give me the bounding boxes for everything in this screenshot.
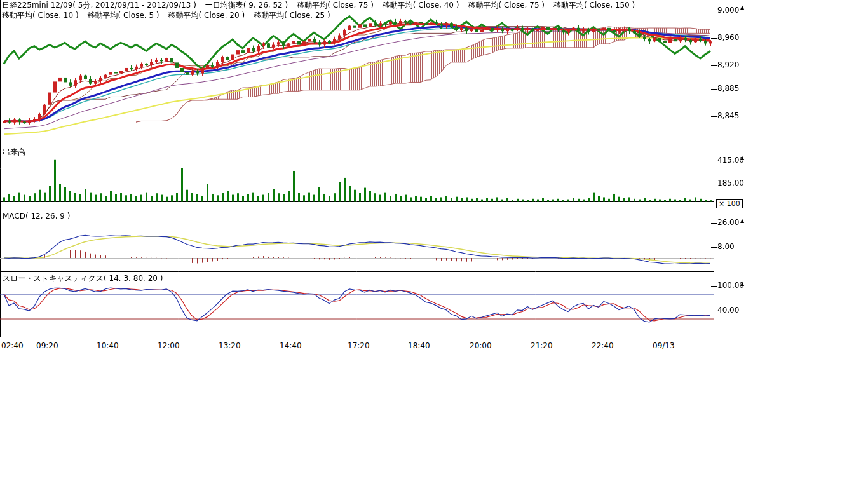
- price-axis-label: 8,960: [717, 33, 739, 42]
- chart-canvas[interactable]: [0, 0, 750, 338]
- x-axis-label: 09:20: [36, 341, 58, 350]
- x-axis-label: 18:40: [408, 341, 430, 350]
- x-axis-label: 13:20: [219, 341, 241, 350]
- price-axis-label: 9,000: [717, 6, 739, 15]
- macd-pane-scale-arrow-icon[interactable]: ▲: [740, 219, 744, 224]
- legend-item: 移動平均( Close, 5 ): [88, 11, 159, 20]
- macd-axis-label: 26.00: [717, 218, 739, 227]
- legend-item: 移動平均( Close, 75 ): [468, 1, 545, 10]
- macd-axis-label: 8.00: [717, 242, 735, 251]
- legend-item: 移動平均( Close, 150 ): [553, 1, 635, 10]
- legend-item: 一目均衡表( 9, 26, 52 ): [205, 1, 288, 10]
- price-axis-label: 8,845: [717, 111, 739, 120]
- x-axis-label: 10:40: [97, 341, 119, 350]
- legend-item: 移動平均( Close, 75 ): [297, 1, 374, 10]
- price-axis-label: 8,885: [717, 84, 739, 93]
- x-axis-label: 12:00: [158, 341, 180, 350]
- legend-item: 移動平均( Close, 25 ): [254, 11, 330, 20]
- legend-item: 移動平均( Close, 10 ): [2, 11, 79, 20]
- legend-item: 移動平均( Close, 40 ): [383, 1, 459, 10]
- volume-pane-scale-arrow-icon[interactable]: ▲: [740, 156, 744, 161]
- price-pane-scale-arrow-icon[interactable]: ▲: [740, 5, 744, 10]
- stoch-pane-label: スロー・ストキャスティクス( 14, 3, 80, 20 ): [3, 273, 163, 284]
- x-axis-label: 21:20: [531, 341, 553, 350]
- chart-legend-line1: 日経225mini 12/09( 5分, 2012/09/11 - 2012/0…: [2, 1, 644, 10]
- x-axis-label: 22:40: [592, 341, 614, 350]
- stoch-pane-scale-arrow-icon[interactable]: ▲: [740, 281, 744, 287]
- x-axis-label: 20:00: [470, 341, 492, 350]
- x-axis-label: 14:40: [280, 341, 302, 350]
- trading-chart-app: 日経225mini 12/09( 5分, 2012/09/11 - 2012/0…: [0, 0, 868, 488]
- x-axis-label: 02:40: [1, 341, 24, 350]
- stoch-axis-label: 40.00: [717, 306, 739, 315]
- volume-axis-label: 185.00: [717, 179, 744, 187]
- legend-item: 日経225mini 12/09( 5分, 2012/09/11 - 2012/0…: [2, 1, 196, 10]
- x-axis-label: 09/13: [653, 341, 675, 350]
- volume-multiplier-badge: × 100: [716, 199, 743, 208]
- macd-pane-label: MACD( 12, 26, 9 ): [3, 212, 70, 220]
- x-axis-label: 17:20: [348, 341, 370, 350]
- price-axis-label: 8,920: [717, 60, 739, 69]
- volume-pane-label: 出来高: [3, 147, 25, 158]
- legend-item: 移動平均( Close, 20 ): [168, 11, 245, 20]
- chart-legend-line2: 移動平均( Close, 10 )移動平均( Close, 5 )移動平均( C…: [2, 11, 339, 20]
